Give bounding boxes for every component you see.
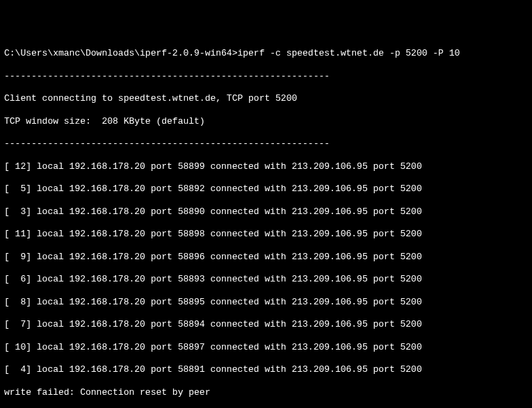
connection-line: [ 10] local 192.168.178.20 port 58897 co… [4,342,528,353]
connection-line: [ 5] local 192.168.178.20 port 58892 con… [4,183,528,195]
connection-line: [ 12] local 192.168.178.20 port 58899 co… [4,161,528,172]
result-line: write failed: Connection reset by peer [4,387,528,398]
connection-line: [ 8] local 192.168.178.20 port 58895 con… [4,297,528,308]
connect-header: Client connecting to speedtest.wtnet.de,… [4,93,528,104]
separator-line: ----------------------------------------… [4,71,528,82]
connection-line: [ 11] local 192.168.178.20 port 58898 co… [4,229,528,240]
separator-line: ----------------------------------------… [4,138,528,149]
connection-line: [ 3] local 192.168.178.20 port 58890 con… [4,206,528,218]
connection-line: [ 9] local 192.168.178.20 port 58896 con… [4,252,528,263]
prompt-line: C:\Users\xmanc\Downloads\iperf-2.0.9-win… [4,48,528,59]
connection-line: [ 6] local 192.168.178.20 port 58893 con… [4,274,528,285]
connection-line: [ 7] local 192.168.178.20 port 58894 con… [4,319,528,330]
connection-line: [ 4] local 192.168.178.20 port 58891 con… [4,364,528,375]
tcp-window-line: TCP window size: 208 KByte (default) [4,116,528,127]
